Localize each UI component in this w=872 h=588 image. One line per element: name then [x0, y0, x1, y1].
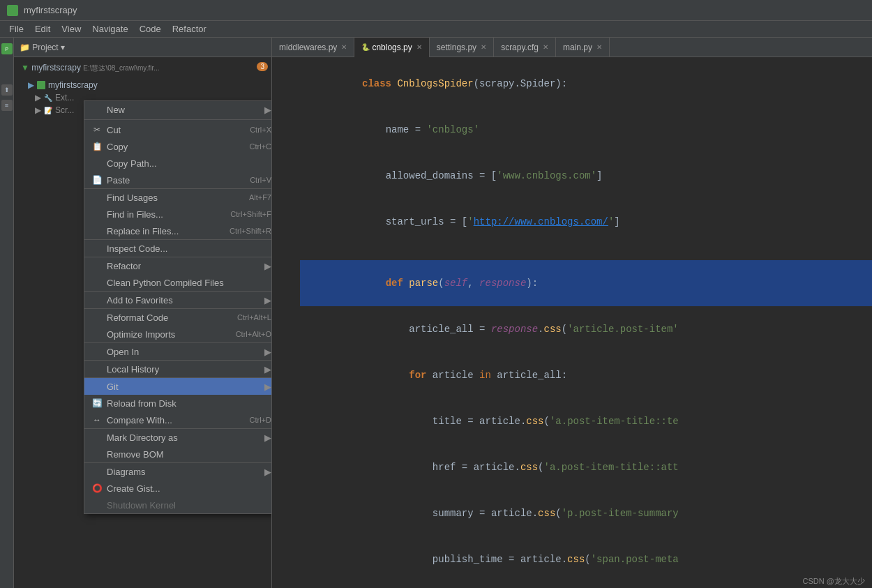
copy-icon: 📋: [91, 141, 103, 152]
paste-icon: 📄: [91, 174, 103, 186]
status-bar-text: CSDN @龙大大少: [803, 577, 865, 585]
gist-icon: ⭕: [91, 483, 103, 494]
ctx-item-replace-files[interactable]: Replace in Files... Ctrl+Shift+R: [84, 223, 272, 240]
code-line-6: def parse(self, response):: [272, 260, 872, 306]
ctx-item-paste[interactable]: 📄 Paste Ctrl+V: [84, 172, 272, 189]
project-tree: ▼ myfirstscrapy E:\慧达\08_crawl\my.fir...: [14, 57, 271, 79]
project-panel-title: 📁 Project ▾: [20, 43, 65, 52]
shutdown-icon: [91, 499, 103, 511]
structure-sidebar-icon[interactable]: ≡: [1, 100, 13, 111]
commit-sidebar-icon[interactable]: ⬆: [1, 84, 13, 96]
ctx-item-reload-disk[interactable]: 🔄 Reload from Disk: [84, 395, 272, 412]
ctx-item-new[interactable]: New ▶: [84, 101, 272, 118]
diagrams-icon: [91, 466, 103, 477]
reformat-icon: [91, 312, 103, 323]
side-icon-bar: P ⬆ ≡: [0, 38, 14, 588]
project-panel-header: 📁 Project ▾: [14, 38, 271, 57]
ctx-item-clean-python[interactable]: Clean Python Compiled Files: [84, 274, 272, 292]
tab-close-settings[interactable]: ✕: [481, 43, 486, 51]
mark-dir-icon: [91, 432, 103, 443]
tab-cnblogs[interactable]: 🐍 cnblogs.py ✕: [354, 38, 429, 57]
local-history-icon: [91, 363, 103, 375]
tab-label-cnblogs: cnblogs.py: [372, 43, 412, 52]
window-title: myfirstscrapy: [24, 5, 77, 15]
tab-settings[interactable]: settings.py ✕: [430, 38, 494, 57]
ctx-item-reformat[interactable]: Reformat Code Ctrl+Alt+L: [84, 309, 272, 326]
ctx-item-find-files[interactable]: Find in Files... Ctrl+Shift+F: [84, 206, 272, 223]
code-line-9: title = article.css('a.post-item-title::…: [272, 398, 872, 444]
compare-icon: ↔: [91, 414, 103, 425]
tab-close-middlewares[interactable]: ✕: [341, 43, 347, 51]
tab-close-cnblogs[interactable]: ✕: [416, 43, 422, 51]
tab-label-mainpy: main.py: [563, 43, 592, 52]
ctx-item-local-history[interactable]: Local History ▶: [84, 361, 272, 378]
new-icon: [91, 104, 103, 115]
ctx-item-open-in[interactable]: Open In ▶: [84, 343, 272, 361]
code-line-7: article_all = response.css('article.post…: [272, 306, 872, 352]
ctx-item-refactor[interactable]: Refactor ▶: [84, 257, 272, 274]
tab-close-scrapycfg[interactable]: ✕: [543, 43, 548, 51]
menu-file[interactable]: File: [3, 22, 29, 36]
ctx-item-find-usages[interactable]: Find Usages Alt+F7: [84, 189, 272, 206]
tab-label-scrapycfg: scrapy.cfg: [501, 43, 539, 52]
code-line-13: print('*'*100): [272, 582, 872, 588]
clean-python-icon: [91, 277, 103, 288]
vcs-changes-badge: 3: [257, 62, 268, 71]
project-panel: 📁 Project ▾ 3 ▼ myfirstscrapy E:\慧达\08_c…: [14, 38, 272, 588]
tab-label-settings: settings.py: [437, 43, 476, 52]
menu-navigate[interactable]: Navigate: [87, 22, 133, 36]
menu-code[interactable]: Code: [134, 22, 167, 36]
menu-edit[interactable]: Edit: [29, 22, 56, 36]
tab-scrapycfg[interactable]: scrapy.cfg ✕: [494, 38, 556, 57]
tab-label-middlewares: middlewares.py: [279, 43, 337, 52]
copy-path-icon: [91, 158, 103, 169]
main-layout: P ⬆ ≡ 📁 Project ▾ 3 ▼ myfirstscrapy E:\慧…: [0, 38, 872, 588]
app-icon: [7, 5, 18, 16]
menu-refactor[interactable]: Refactor: [167, 22, 212, 36]
tab-bar: middlewares.py ✕ 🐍 cnblogs.py ✕ settings…: [272, 38, 872, 57]
cnblogs-icon: 🐍: [361, 43, 370, 51]
code-line-4: start_urls = ['http://www.cnblogs.com/']: [272, 199, 872, 245]
code-editor[interactable]: class CnblogsSpider(scrapy.Spider): name…: [272, 57, 872, 588]
ctx-item-inspect-code[interactable]: Inspect Code...: [84, 240, 272, 257]
replace-files-icon: [91, 225, 103, 236]
ctx-item-add-favorites[interactable]: Add to Favorites ▶: [84, 292, 272, 309]
code-line-3: allowed_domains = ['www.cnblogs.com']: [272, 153, 872, 199]
code-line-11: summary = article.css('p.post-item-summa…: [272, 490, 872, 536]
ctx-item-mark-dir[interactable]: Mark Directory as ▶: [84, 429, 272, 446]
ctx-item-compare-with[interactable]: ↔ Compare With... Ctrl+D: [84, 412, 272, 429]
remove-bom-icon: [91, 448, 103, 460]
context-menu-main: New ▶ ✂ Cut Ctrl+X 📋 Copy Ctrl+C Copy Pa…: [84, 100, 272, 514]
menu-view[interactable]: View: [56, 22, 87, 36]
ctx-item-optimize-imports[interactable]: Optimize Imports Ctrl+Alt+O: [84, 326, 272, 343]
tab-close-mainpy[interactable]: ✕: [596, 43, 602, 51]
open-in-icon: [91, 346, 103, 357]
ctx-item-create-gist[interactable]: ⭕ Create Gist...: [84, 480, 272, 497]
inspect-code-icon: [91, 243, 103, 254]
tab-middlewares[interactable]: middlewares.py ✕: [272, 38, 354, 57]
tab-mainpy[interactable]: main.py ✕: [556, 38, 610, 57]
ctx-item-copy[interactable]: 📋 Copy Ctrl+C: [84, 138, 272, 155]
optimize-icon: [91, 329, 103, 340]
code-line-12: publish_time = article.css('span.post-me…: [272, 536, 872, 582]
ctx-item-cut[interactable]: ✂ Cut Ctrl+X: [84, 121, 272, 138]
ctx-item-diagrams[interactable]: Diagrams ▶: [84, 463, 272, 480]
project-subfolder: ▶ myfirstscrapy: [14, 79, 271, 91]
cut-icon: ✂: [91, 124, 103, 135]
code-line-10: href = article.css('a.post-item-title::a…: [272, 444, 872, 490]
ctx-item-copy-path[interactable]: Copy Path...: [84, 155, 272, 172]
code-line-2: name = 'cnblogs': [272, 107, 872, 153]
reload-icon: 🔄: [91, 398, 103, 409]
ctx-item-shutdown-kernel: Shutdown Kernel: [84, 497, 272, 513]
favorites-icon: [91, 294, 103, 306]
ctx-item-git[interactable]: Git ▶: [84, 378, 272, 395]
find-usages-icon: [91, 192, 103, 203]
code-line-8: for article in article_all:: [272, 352, 872, 398]
ctx-item-remove-bom[interactable]: Remove BOM: [84, 446, 272, 463]
title-bar: myfirstscrapy: [0, 0, 872, 21]
find-files-icon: [91, 209, 103, 220]
code-area: middlewares.py ✕ 🐍 cnblogs.py ✕ settings…: [272, 38, 872, 588]
code-line-1: class CnblogsSpider(scrapy.Spider):: [272, 61, 872, 107]
project-sidebar-icon[interactable]: P: [1, 43, 13, 54]
status-bar: CSDN @龙大大少: [796, 575, 872, 588]
